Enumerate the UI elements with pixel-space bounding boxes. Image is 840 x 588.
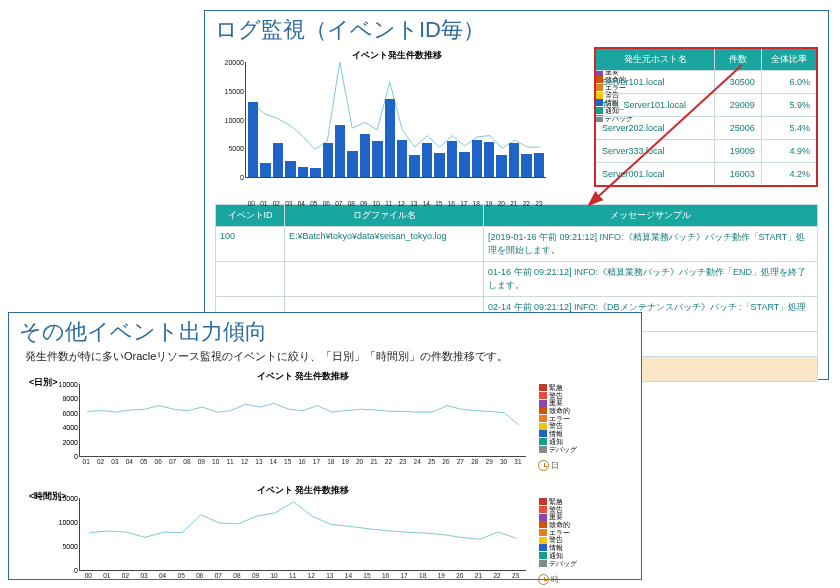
legend-label: 警告: [549, 536, 563, 544]
y-tick: 15000: [59, 495, 78, 502]
x-tick: 01: [98, 572, 117, 579]
x-tick: 13: [321, 572, 340, 579]
event-header: イベントID: [216, 205, 285, 227]
x-tick: 09: [358, 200, 371, 207]
x-tick: 22: [381, 458, 395, 465]
x-tick: 19: [483, 200, 496, 207]
x-tick: 21: [469, 572, 488, 579]
x-tick: 07: [209, 572, 228, 579]
legend-swatch: [539, 498, 547, 505]
bar: [521, 154, 531, 177]
legend-item: デバッグ: [539, 560, 577, 568]
legend-item: 警告: [539, 392, 577, 400]
legend-item: 警告: [539, 506, 577, 514]
host-name: Test_Server101.local: [595, 94, 715, 117]
x-tick: 01: [258, 200, 271, 207]
y-tick: 6000: [62, 409, 78, 416]
x-tick: 15: [358, 572, 377, 579]
host-count: 19009: [715, 140, 762, 163]
chart-top: イベント発生件数推移 05000100001500020000 00010203…: [217, 49, 577, 194]
event-row: 100E:¥Batch¥tokyo¥data¥seisan_tokyo.log[…: [216, 227, 818, 262]
chart-hourly-title: イベント 発生件数推移: [23, 484, 583, 497]
legend-swatch: [539, 544, 547, 551]
legend-hourly: 緊急警告重要致命的エラー警告情報通知デバッグ: [539, 498, 577, 567]
event-header: メッセージサンプル: [484, 205, 818, 227]
x-tick: 14: [420, 200, 433, 207]
legend-swatch: [539, 514, 547, 521]
event-msg: [2019-01-16 午前 09:21:12] INFO:《精算業務バッチ》バ…: [484, 227, 818, 262]
bar: [273, 143, 283, 178]
bar: [298, 167, 308, 177]
x-tick: 11: [283, 572, 302, 579]
x-tick: 06: [190, 572, 209, 579]
host-row: Test_Server101.local290095.9%: [595, 94, 817, 117]
legend-swatch: [539, 446, 547, 453]
title-b: その他イベント出力傾向: [9, 313, 641, 347]
x-tick: 22: [488, 572, 507, 579]
host-count: 30500: [715, 71, 762, 94]
x-tick: 05: [308, 200, 321, 207]
host-name: Server202.local: [595, 117, 715, 140]
event-file: E:¥Batch¥tokyo¥data¥seisan_tokyo.log: [285, 227, 484, 262]
bar: [459, 152, 469, 177]
host-row: Server001.local160034.2%: [595, 163, 817, 187]
x-tick: 04: [153, 572, 172, 579]
legend-item: 警告: [539, 422, 577, 430]
x-tick: 24: [410, 458, 424, 465]
x-tick: 10: [265, 572, 284, 579]
legend-label: デバッグ: [549, 446, 577, 454]
y-tick: 0: [74, 453, 78, 460]
legend-item: エラー: [539, 529, 577, 537]
x-tick: 14: [266, 458, 280, 465]
legend-swatch: [539, 506, 547, 513]
x-tick: 16: [376, 572, 395, 579]
x-tick: 04: [122, 458, 136, 465]
bar: [434, 153, 444, 177]
legend-label: 致命的: [549, 521, 570, 529]
x-tick: 10: [209, 458, 223, 465]
x-tick: 11: [223, 458, 237, 465]
bar: [323, 143, 333, 178]
x-tick: 13: [408, 200, 421, 207]
host-count: 29009: [715, 94, 762, 117]
unit-daily: 日: [538, 460, 559, 471]
x-tick: 06: [320, 200, 333, 207]
host-table: 発生元ホスト名件数全体比率 Server101.local305006.0%Te…: [594, 47, 818, 187]
x-tick: 05: [172, 572, 191, 579]
legend-label: 情報: [549, 430, 563, 438]
legend-swatch: [539, 521, 547, 528]
x-tick: 18: [324, 458, 338, 465]
legend-swatch: [539, 552, 547, 559]
x-tick: 11: [383, 200, 396, 207]
x-tick: 12: [395, 200, 408, 207]
host-header: 全体比率: [761, 48, 817, 71]
unit-hourly: 時: [538, 574, 559, 585]
legend-label: デバッグ: [549, 560, 577, 568]
legend-label: 情報: [549, 544, 563, 552]
legend-swatch: [539, 415, 547, 422]
host-name: Server101.local: [595, 71, 715, 94]
legend-item: 致命的: [539, 521, 577, 529]
event-file: [285, 262, 484, 297]
x-tick: 03: [108, 458, 122, 465]
legend-item: 情報: [539, 430, 577, 438]
legend-swatch: [539, 407, 547, 414]
y-tick: 4000: [62, 424, 78, 431]
clock-icon: [538, 460, 549, 471]
chart-daily-title: イベント 発生件数推移: [23, 370, 583, 383]
legend-label: 重要: [549, 513, 563, 521]
host-count: 25006: [715, 117, 762, 140]
legend-item: 警告: [539, 536, 577, 544]
x-tick: 17: [395, 572, 414, 579]
legend-label: 警告: [549, 392, 563, 400]
legend-swatch: [539, 560, 547, 567]
x-tick: 28: [468, 458, 482, 465]
bar: [335, 125, 345, 177]
x-tick: 26: [439, 458, 453, 465]
host-ratio: 5.4%: [761, 117, 817, 140]
host-name: Server001.local: [595, 163, 715, 187]
legend-label: 緊急: [549, 498, 563, 506]
legend-item: 緊急: [539, 498, 577, 506]
event-id: 100: [216, 227, 285, 262]
host-ratio: 4.9%: [761, 140, 817, 163]
